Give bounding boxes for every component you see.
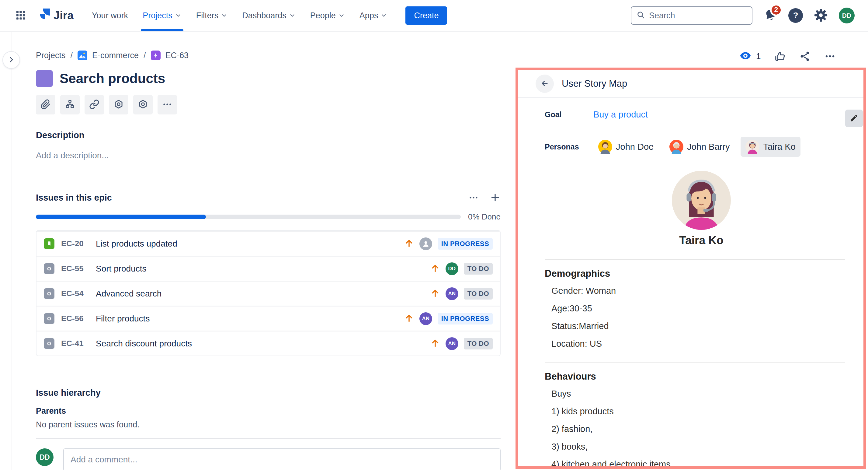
status-badge[interactable]: TO DO [464,338,493,349]
nav-menu-item[interactable]: Your work [86,0,134,31]
attach-button[interactable] [36,95,55,114]
user-story-map-panel: User Story Map Goal Buy a product Person… [516,67,866,469]
description-heading: Description [36,130,501,140]
assignee-avatar[interactable] [420,237,432,250]
title-row: Search products [36,70,501,87]
nav-menu-item[interactable]: Dashboards [236,0,302,31]
issue-key[interactable]: EC-41 [61,339,89,348]
hexnut-icon [138,99,148,111]
link-issue-button[interactable] [85,95,104,114]
section-divider [36,438,501,439]
expand-sidebar-button[interactable] [2,51,20,69]
panel-header: User Story Map [518,70,863,98]
epic-issues-list: EC-20 List products updated IN PROGRESS [36,230,501,356]
automation-nut-button[interactable] [133,95,153,114]
comment-input[interactable] [70,455,493,465]
breadcrumb-issue-key[interactable]: EC-63 [165,51,189,60]
issue-summary[interactable]: Filter products [96,314,404,324]
nav-menu-item[interactable]: People [304,0,351,31]
issue-row[interactable]: EC-41 Search discount products AN TO DO [36,330,500,356]
issue-row[interactable]: EC-20 List products updated IN PROGRESS [36,231,500,256]
like-button[interactable] [774,51,786,62]
breadcrumb-project[interactable]: E-commerce [92,51,139,60]
hierarchy-icon [65,99,75,111]
watch-button[interactable]: 1 [740,50,761,63]
issue-key[interactable]: EC-54 [61,289,89,298]
nav-menu-item[interactable]: Apps [353,0,394,31]
issue-type-icon [44,338,55,349]
demographics-item: Gender: Woman [551,285,845,297]
settings-button[interactable] [814,8,828,23]
nav-menu: Your work Projects Filters Dashb [86,0,393,31]
edit-personas-button[interactable] [845,110,863,127]
page: Jira Your work Projects Filters [0,0,868,470]
assignee-avatar[interactable]: AN [445,337,458,350]
epic-issues-heading: Issues in this epic [36,193,112,203]
status-badge[interactable]: IN PROGRESS [438,313,493,324]
apps-nut-button[interactable] [109,95,128,114]
help-button[interactable]: ? [788,8,803,23]
create-button[interactable]: Create [405,6,447,25]
search-input[interactable] [649,11,747,20]
status-badge[interactable]: TO DO [464,288,493,299]
panel-title: User Story Map [562,78,627,89]
chevron-right-icon [8,56,15,64]
notification-badge: 2 [770,4,782,16]
issue-hierarchy-heading: Issue hierarchy [36,388,501,398]
app-switcher-button[interactable] [12,7,29,24]
more-actions-icon[interactable] [824,51,836,62]
issue-summary[interactable]: Sort products [96,264,430,274]
more-toolbar-button[interactable] [158,95,177,114]
epic-progress-bar [36,215,461,219]
persona-chip-name: Taira Ko [763,142,795,152]
issue-row[interactable]: EC-55 Sort products DD TO DO [36,256,500,281]
personas-label: Personas [545,143,593,151]
breadcrumb: Projects / E-commerce / EC-63 [36,51,501,60]
epic-color-swatch[interactable] [36,70,53,87]
issue-key[interactable]: EC-55 [61,264,89,273]
demographics-item: Status:Married [551,320,845,332]
nav-menu-item[interactable]: Filters [190,0,234,31]
behaviours-item: 3) books, [551,440,845,453]
issue-row[interactable]: EC-56 Filter products AN IN PROGRESS [36,305,500,330]
personas-row: Personas John Doe John Barry [545,137,845,157]
assignee-avatar[interactable]: AN [445,287,458,300]
back-button[interactable] [535,75,554,93]
assignee-avatar[interactable]: DD [445,262,458,275]
breadcrumb-projects[interactable]: Projects [36,51,66,60]
status-badge[interactable]: TO DO [464,263,493,274]
nav-menu-item[interactable]: Projects [136,0,188,31]
gear-icon [814,8,828,23]
assignee-initials: AN [448,291,456,297]
issue-type-icon [44,263,55,274]
status-badge[interactable]: IN PROGRESS [438,238,493,249]
no-parents-text: No parent issues was found. [36,420,501,430]
jira-logo[interactable]: Jira [36,8,73,23]
issue-type-icon [44,238,55,249]
demographics-item: Age:30-35 [551,302,845,315]
issue-summary[interactable]: Advanced search [96,289,430,299]
project-icon [78,51,87,60]
issue-summary[interactable]: List products updated [96,239,404,249]
chevron-down-icon [289,12,296,19]
issue-summary[interactable]: Search discount products [96,339,430,349]
persona-chip[interactable]: John Barry [664,137,735,157]
issue-row[interactable]: EC-54 Advanced search AN TO DO [36,281,500,305]
issue-type-icon [44,313,55,324]
issue-key[interactable]: EC-20 [61,239,89,248]
goal-link[interactable]: Buy a product [593,110,648,120]
assignee-avatar[interactable]: AN [420,312,432,325]
share-icon[interactable] [799,51,811,62]
add-issue-plus-icon[interactable] [490,192,501,203]
persona-chip[interactable]: Taira Ko [741,137,800,157]
epic-progress-fill [36,215,206,219]
user-avatar[interactable]: DD [839,8,855,24]
add-child-issue-button[interactable] [60,95,80,114]
issue-key[interactable]: EC-56 [61,314,89,323]
link-icon [89,99,99,111]
persona-chip[interactable]: John Doe [593,137,658,157]
notifications-button[interactable]: 2 [764,8,777,23]
description-placeholder[interactable]: Add a description... [36,151,501,160]
pencil-icon [850,114,858,123]
epic-issues-more-icon[interactable] [468,193,479,203]
